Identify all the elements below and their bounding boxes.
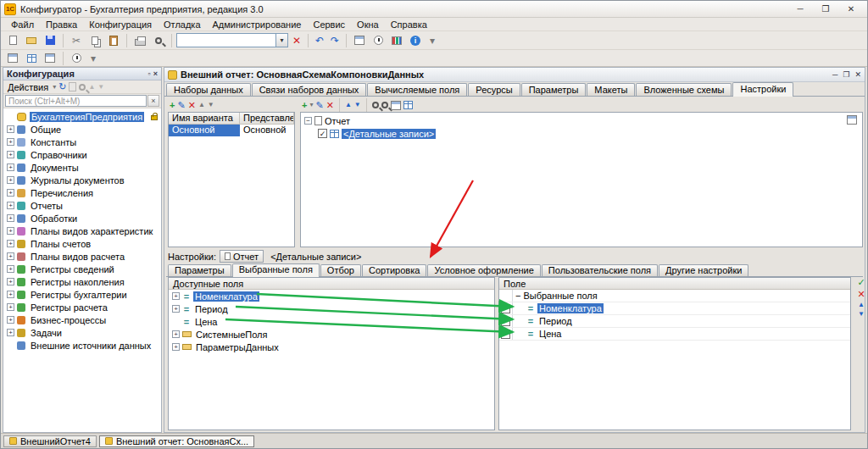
delete-variant-button[interactable]: ✕: [188, 101, 196, 110]
expander-icon[interactable]: +: [172, 330, 180, 338]
variant-up-button[interactable]: ▲: [198, 102, 205, 108]
expand-all-icon[interactable]: [372, 102, 379, 108]
sidebar-item-registry-bukhgalterii[interactable]: +Регистры бухгалтерии: [3, 288, 161, 301]
remove-field-button[interactable]: ✕: [857, 290, 865, 299]
menu-configuration[interactable]: Конфигурация: [84, 19, 157, 30]
sidebar-item-registry-rascheta[interactable]: +Регистры расчета: [3, 301, 161, 313]
sidebar-item-zadachi[interactable]: +Задачи: [3, 326, 161, 339]
search-dropdown-button[interactable]: ▾: [276, 33, 288, 47]
layout-window-button[interactable]: [4, 51, 21, 66]
expander-icon[interactable]: +: [7, 278, 14, 285]
new-document-button[interactable]: [4, 33, 21, 48]
selected-fields-group-row[interactable]: − Выбранные поля: [499, 290, 850, 302]
tree-root-item[interactable]: БухгалтерияПредприятия: [3, 110, 161, 123]
sidebar-item-biznes-protsessy[interactable]: +Бизнес-процессы: [3, 313, 161, 326]
show-report-icon[interactable]: [403, 101, 413, 109]
structure-root-row[interactable]: − Отчет: [301, 114, 862, 127]
expander-icon[interactable]: +: [7, 189, 14, 197]
sidebar-item-perechisleniya[interactable]: +Перечисления: [3, 186, 161, 199]
expander-icon[interactable]: +: [172, 343, 180, 351]
delete-element-button[interactable]: ✕: [326, 101, 334, 110]
taskbar-item-report4[interactable]: ВнешнийОтчет4: [3, 435, 97, 447]
back-button[interactable]: ↶: [313, 33, 326, 48]
print-button[interactable]: [131, 33, 148, 48]
sidebar-item-otchety[interactable]: +Отчеты: [3, 199, 161, 212]
find-object-icon[interactable]: [79, 84, 86, 91]
variant-down-button[interactable]: ▼: [208, 102, 214, 108]
breadcrumb-detail-button[interactable]: <Детальные записи>: [267, 250, 364, 263]
sort-up-icon[interactable]: ▲: [88, 84, 95, 91]
column-variant-name[interactable]: Имя варианта: [169, 113, 240, 124]
info-button[interactable]: i: [407, 33, 424, 48]
tab-resources[interactable]: Ресурсы: [468, 83, 520, 96]
selected-field-nomenklatura[interactable]: ✓ = Номенклатура: [499, 302, 850, 315]
tab-user-fields[interactable]: Пользовательские поля: [542, 264, 658, 276]
window-list-button[interactable]: [42, 51, 58, 66]
tab-data-set-links[interactable]: Связи наборов данных: [252, 83, 367, 96]
report-layout-icon[interactable]: [847, 115, 857, 125]
edit-element-button[interactable]: ✎: [315, 101, 323, 110]
variant-row[interactable]: Основной Основной: [169, 125, 294, 136]
move-down-button[interactable]: ▼: [354, 102, 361, 108]
expander-icon[interactable]: +: [7, 138, 14, 146]
menu-file[interactable]: Файл: [6, 19, 39, 30]
start-debug-button[interactable]: [68, 51, 85, 66]
expander-icon[interactable]: +: [7, 303, 14, 311]
tab-nested-schemas[interactable]: Вложенные схемы: [636, 83, 732, 96]
add-variant-button[interactable]: +: [170, 101, 175, 110]
tab-calculated-fields[interactable]: Вычисляемые поля: [367, 83, 467, 96]
print-preview-button[interactable]: [150, 33, 167, 48]
menu-help[interactable]: Справка: [386, 19, 432, 30]
tab-selected-fields[interactable]: Выбранные поля: [232, 263, 320, 277]
detail-records-checkbox[interactable]: ✓: [318, 129, 327, 138]
field-down-button[interactable]: ▼: [858, 311, 865, 318]
close-button[interactable]: ✕: [838, 2, 864, 16]
sidebar-item-plany-schetov[interactable]: +Планы счетов: [3, 237, 161, 250]
toolbar-search-input[interactable]: [176, 33, 276, 47]
sidebar-item-registry-svedeniy[interactable]: +Регистры сведений: [3, 263, 161, 275]
variant-presentation-cell[interactable]: Основной: [240, 125, 294, 136]
clear-search-button[interactable]: ✕: [290, 33, 303, 48]
field-period[interactable]: + = Период: [169, 302, 494, 315]
expander-icon[interactable]: +: [7, 214, 14, 222]
tab-conditional-appearance[interactable]: Условное оформление: [427, 264, 540, 276]
tab-filter[interactable]: Отбор: [320, 264, 361, 276]
sidebar-item-zhurnaly-dokumentov[interactable]: +Журналы документов: [3, 174, 161, 186]
open-object-icon[interactable]: [69, 82, 76, 91]
actions-dropdown-icon[interactable]: ▾: [53, 84, 56, 91]
menu-service[interactable]: Сервис: [308, 19, 350, 30]
sidebar-item-plany-vidov-rascheta[interactable]: +Планы видов расчета: [3, 250, 161, 263]
sidebar-item-konstanty[interactable]: +Константы: [3, 136, 161, 148]
sidebar-item-registry-nakopleniya[interactable]: +Регистры накопления: [3, 275, 161, 288]
collapse-icon[interactable]: −: [515, 291, 520, 301]
copy-button[interactable]: [86, 33, 103, 48]
expander-icon[interactable]: +: [7, 316, 14, 324]
tab-sorting[interactable]: Сортировка: [362, 264, 426, 276]
breadcrumb-report-button[interactable]: Отчет: [220, 250, 264, 263]
save-button[interactable]: [42, 33, 58, 48]
menu-windows[interactable]: Окна: [352, 19, 384, 30]
cut-button[interactable]: ✂: [68, 33, 85, 48]
sidebar-item-plany-vidov-kharakteristik[interactable]: +Планы видов характеристик: [3, 224, 161, 237]
expander-icon[interactable]: +: [7, 291, 14, 298]
expander-icon[interactable]: +: [7, 176, 14, 184]
paste-button[interactable]: [105, 33, 122, 48]
field-nomenklatura[interactable]: + = Номенклатура: [169, 290, 494, 302]
field-parametry-dannykh[interactable]: + ПараметрыДанных: [169, 341, 494, 353]
menu-administration[interactable]: Администрирование: [208, 19, 307, 30]
menu-edit[interactable]: Правка: [41, 19, 82, 30]
field-checkbox[interactable]: ✓: [501, 317, 510, 326]
sidebar-item-vneshnie-istochniki[interactable]: Внешние источники данных: [3, 339, 161, 352]
tab-parameters[interactable]: Параметры: [521, 83, 587, 96]
calculator-button[interactable]: [351, 33, 368, 48]
detail-records-row[interactable]: ✓ <Детальные записи>: [301, 127, 862, 140]
info-dropdown-button[interactable]: ▾: [426, 33, 439, 48]
sidebar-item-obrabotki[interactable]: +Обработки: [3, 212, 161, 224]
show-settings-icon[interactable]: [391, 101, 401, 110]
expander-icon[interactable]: +: [7, 151, 14, 158]
open-button[interactable]: [23, 33, 40, 48]
tab-settings[interactable]: Настройки: [732, 82, 793, 97]
tab-data-sets[interactable]: Наборы данных: [166, 83, 251, 96]
timer-button[interactable]: [370, 33, 387, 48]
field-checkbox[interactable]: ✓: [501, 304, 510, 313]
